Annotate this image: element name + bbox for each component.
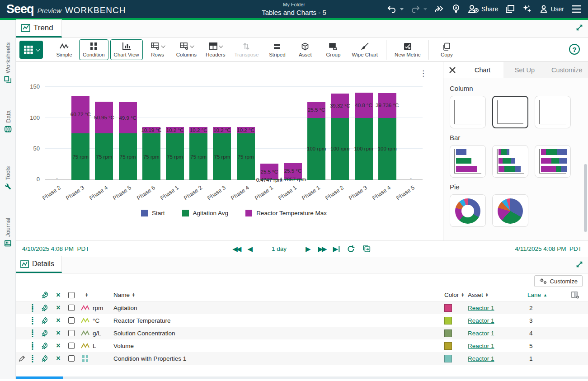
segment-agitation-avg[interactable]: 100 rpm: [307, 118, 325, 180]
sidebar-item-tools[interactable]: Tools: [0, 153, 16, 203]
redo-dropdown-icon[interactable]: [423, 8, 427, 10]
segment-reactor-temperature-max[interactable]: 39.736 °C: [378, 93, 396, 118]
segment-reactor-temperature-max[interactable]: 10.2 °C: [213, 127, 231, 133]
rocket-icon[interactable]: [41, 329, 48, 337]
segment-reactor-temperature-max[interactable]: 60.72 °C: [71, 96, 89, 133]
legend-item[interactable]: Reactor Temperature Max: [245, 210, 327, 216]
color-swatch[interactable]: [444, 304, 452, 312]
panel-tab-setup[interactable]: Set Up: [503, 62, 546, 78]
duration-label[interactable]: 1 day: [272, 245, 287, 252]
row-checkbox[interactable]: [68, 330, 75, 336]
rocket-icon[interactable]: [41, 317, 48, 324]
copy-range-icon[interactable]: [362, 245, 372, 253]
scrollbar-thumb[interactable]: [16, 376, 63, 379]
group-button[interactable]: Group: [320, 39, 346, 60]
thumbnail-column-stacked[interactable]: [492, 96, 528, 128]
color-swatch[interactable]: [444, 317, 452, 325]
bar-phase-2[interactable]: 39.32 °C100 rpm: [328, 87, 352, 180]
bar-phase-3[interactable]: 60.72 °C75 rpm: [69, 87, 92, 180]
lane-column-header[interactable]: Lane▲: [521, 292, 563, 298]
edit-pencil-icon[interactable]: [19, 355, 25, 362]
rocket-icon[interactable]: [41, 355, 48, 362]
segment-reactor-temperature-max[interactable]: 40.8 °C: [355, 93, 373, 118]
legend-item[interactable]: Agitation Avg: [182, 210, 229, 216]
step-back-fast-button[interactable]: ◀◀: [232, 245, 240, 253]
tab-details[interactable]: Details: [16, 256, 62, 273]
row-menu-button[interactable]: ⋮⋮: [29, 343, 36, 348]
step-to-end-button[interactable]: ▶: [333, 245, 340, 253]
segment-agitation-avg[interactable]: 1.7857 rpm: [284, 179, 302, 180]
trend-expand-button[interactable]: [575, 24, 583, 32]
row-checkbox[interactable]: [68, 317, 75, 324]
thumbnail-column-percent[interactable]: [535, 96, 571, 128]
remove-row-button[interactable]: ×: [56, 329, 60, 337]
segment-agitation-avg[interactable]: 75 rpm: [189, 133, 207, 180]
segment-agitation-avg[interactable]: 100 rpm: [378, 118, 396, 180]
item-name[interactable]: Agitation: [113, 305, 444, 311]
table-view-dropdown-button[interactable]: [19, 41, 43, 59]
asset-link[interactable]: Reactor 1: [468, 355, 494, 362]
color-column-header[interactable]: Color▲▼: [444, 292, 468, 298]
bar-phase-5[interactable]: 49.9 °C75 rpm: [116, 87, 140, 180]
segment-reactor-temperature-max[interactable]: 50.95 °C: [95, 102, 113, 133]
segment-reactor-temperature-max[interactable]: 10.2 °C: [166, 127, 184, 133]
refresh-icon[interactable]: [347, 245, 355, 253]
legend-item[interactable]: Start: [141, 210, 165, 216]
share-button[interactable]: Share: [467, 5, 498, 14]
segment-agitation-avg[interactable]: 75 rpm: [71, 133, 89, 180]
color-swatch[interactable]: [444, 329, 452, 337]
thumbnail-bar-grouped[interactable]: [450, 145, 486, 178]
worksheets-window-button[interactable]: [505, 5, 515, 14]
hamburger-menu-button[interactable]: [571, 5, 582, 13]
row-menu-button[interactable]: ⋮⋮: [29, 331, 36, 335]
segment-agitation-avg[interactable]: 100 rpm: [331, 118, 349, 180]
remove-all-button[interactable]: ×: [56, 291, 60, 299]
bar-phase-2[interactable]: 10.2 °C75 rpm: [187, 87, 210, 180]
undo-dropdown-icon[interactable]: [400, 8, 404, 10]
range-start[interactable]: 4/10/2025 4:08 PM PDT: [22, 245, 89, 252]
segment-agitation-avg[interactable]: 0.4747 rpm: [260, 179, 278, 180]
segment-agitation-avg[interactable]: 100 rpm: [355, 118, 373, 180]
bar-phase-3[interactable]: 10.2 °C75 rpm: [210, 87, 234, 180]
bar-phase-5[interactable]: -: [399, 87, 423, 180]
tab-trend[interactable]: Trend: [16, 19, 62, 38]
striped-button[interactable]: Striped: [264, 39, 290, 60]
share-forward-button[interactable]: [434, 5, 445, 14]
segment-reactor-temperature-max[interactable]: 39.32 °C: [331, 94, 349, 118]
segment-reactor-temperature-max[interactable]: 25.5 °C: [307, 102, 325, 118]
color-swatch[interactable]: [444, 355, 452, 362]
remove-row-button[interactable]: ×: [56, 354, 60, 362]
remove-row-button[interactable]: ×: [56, 316, 60, 325]
copy-button[interactable]: Copy: [433, 39, 460, 60]
segment-reactor-temperature-max[interactable]: 10.2 °C: [189, 127, 207, 133]
panel-scrollbar[interactable]: [584, 164, 587, 232]
bar-phase-1[interactable]: 25.5 °C0.4747 rpm: [258, 87, 281, 180]
undo-button[interactable]: [387, 5, 404, 14]
help-button[interactable]: ?: [569, 44, 580, 55]
simple-button[interactable]: Simple: [51, 39, 77, 60]
thumbnail-pie-donut[interactable]: [450, 194, 486, 227]
row-checkbox[interactable]: [68, 305, 75, 311]
segment-agitation-avg[interactable]: 75 rpm: [213, 133, 231, 180]
bar-phase-4[interactable]: 10.2 °C75 rpm: [234, 87, 258, 180]
segment-reactor-temperature-max[interactable]: 10.19 °C: [142, 127, 160, 133]
table-row[interactable]: ⋮⋮×°CReactor TemperatureReactor 13: [16, 314, 588, 327]
color-swatch[interactable]: [444, 342, 452, 350]
row-menu-button[interactable]: ⋮⋮: [29, 318, 36, 323]
chart-view-button[interactable]: Chart View: [110, 39, 143, 60]
sidebar-item-data[interactable]: Data: [0, 97, 16, 146]
segment-agitation-avg[interactable]: 75 rpm: [95, 133, 113, 180]
segment-agitation-avg[interactable]: 75 rpm: [119, 133, 137, 180]
wipe-chart-button[interactable]: Wipe Chart: [348, 39, 381, 60]
remove-row-button[interactable]: ×: [56, 304, 60, 312]
table-row[interactable]: ⋮⋮×Condition with Properties 1Reactor 11: [16, 352, 588, 365]
bar-phase-6[interactable]: 10.19 °C75 rpm: [140, 87, 163, 180]
bar-phase-1[interactable]: 25.5 °C1.7857 rpm: [281, 87, 305, 180]
sidebar-item-worksheets[interactable]: Worksheets: [0, 38, 16, 88]
asset-link[interactable]: Reactor 1: [468, 330, 494, 337]
new-metric-button[interactable]: New Metric: [391, 39, 424, 60]
remove-row-button[interactable]: ×: [56, 342, 60, 350]
name-column-header[interactable]: Name▲▼: [113, 292, 444, 298]
condition-button[interactable]: Condition: [79, 39, 108, 60]
insight-button[interactable]: [452, 4, 461, 14]
